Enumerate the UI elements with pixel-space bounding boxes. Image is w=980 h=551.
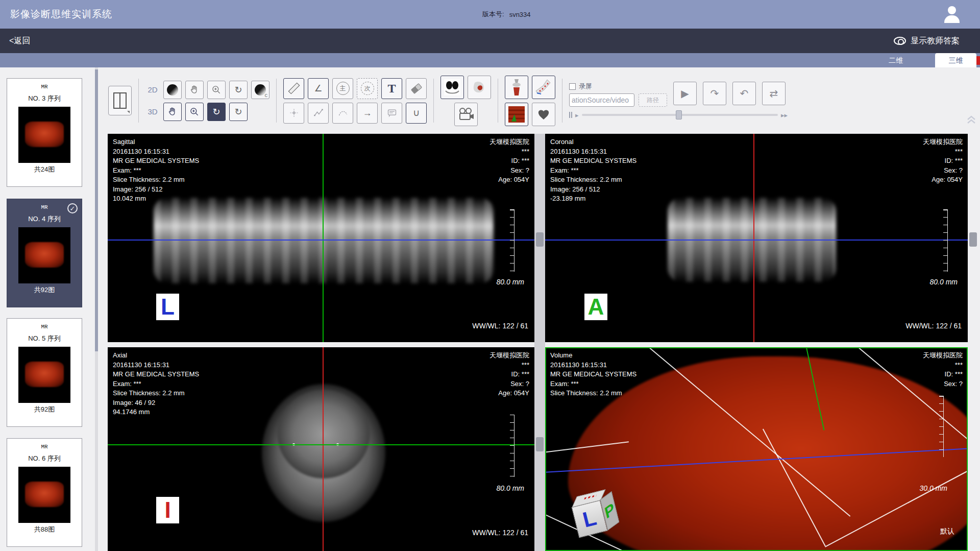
series-card-6[interactable]: MR NO. 6 序列 共88图 xyxy=(7,438,82,547)
viewport-splitter[interactable] xyxy=(534,134,545,551)
scale-label: 30.0 mm xyxy=(920,484,947,492)
reset-view-button[interactable]: ↻ xyxy=(229,103,248,121)
roi-secondary-button[interactable]: 次 xyxy=(357,78,378,99)
slider-track[interactable] xyxy=(582,114,778,116)
crosshair-horizontal-blue[interactable] xyxy=(108,239,534,241)
series-count: 共88图 xyxy=(7,525,82,534)
curve-tool-button[interactable] xyxy=(332,103,353,124)
slice-drag-handle[interactable] xyxy=(536,232,544,247)
app-root: 影像诊断思维实训系统 版本号: svn334 <返回 显示教师答案 二维 三维 … xyxy=(0,0,980,551)
series-card-3[interactable]: MR NO. 3 序列 共24图 xyxy=(7,78,82,187)
tab-2d[interactable]: 二维 xyxy=(878,53,914,67)
slider-thumb[interactable] xyxy=(676,110,682,119)
text-annotation-button[interactable]: T xyxy=(381,78,402,99)
mode-2d-label: 2D xyxy=(145,85,160,94)
user-icon-body xyxy=(944,15,960,23)
rotate-3d-button[interactable]: ↻ xyxy=(207,103,226,121)
jaw-preset-button[interactable] xyxy=(468,76,491,99)
lung-preset-button[interactable] xyxy=(440,76,464,99)
eraser-button[interactable] xyxy=(406,78,427,99)
rotate-icon: ↻ xyxy=(234,84,242,95)
scale-ruler xyxy=(510,415,514,477)
rotate-right-animation-button[interactable]: ↷ xyxy=(703,82,726,105)
series-modality: MR xyxy=(7,444,82,450)
crosshair-horizontal-blue[interactable] xyxy=(545,239,968,241)
volume-info-left: Volume 20161130 16:15:31 MR GE MEDICAL S… xyxy=(550,351,636,398)
divider xyxy=(433,79,434,123)
layout-button[interactable] xyxy=(108,86,132,115)
scale-label: 80.0 mm xyxy=(497,278,524,286)
series-count: 共92图 xyxy=(7,405,82,414)
swap-direction-button[interactable]: ⇄ xyxy=(762,82,786,105)
path-button[interactable]: 路径 xyxy=(639,93,667,107)
jaw-icon xyxy=(471,79,488,96)
viewport-sagittal[interactable]: Sagittal 20161130 16:15:31 MR GE MEDICAL… xyxy=(108,134,534,342)
show-teacher-answer-button[interactable]: 显示教师答案 xyxy=(894,36,960,46)
arrow-tool-button[interactable]: → xyxy=(357,103,378,124)
arrow-icon: → xyxy=(363,108,372,118)
slider-end-icon[interactable]: ▸▸ xyxy=(781,111,788,119)
orientation-marker-A: A xyxy=(584,294,607,320)
render-preset-label: 默认 xyxy=(940,527,954,536)
coronal-info-left: Coronal 20161130 16:15:31 MR GE MEDICAL … xyxy=(550,137,636,204)
rotate-left-animation-button[interactable]: ↶ xyxy=(732,82,756,105)
pan-3d-button[interactable] xyxy=(163,103,182,121)
viewport-axial[interactable]: Axial 20161130 16:15:31 MR GE MEDICAL SY… xyxy=(108,347,534,551)
roi-secondary-icon: 次 xyxy=(361,82,374,95)
toolbar: 2D ↻ c 3D xyxy=(100,67,980,134)
crosshair-vertical-red[interactable] xyxy=(753,134,754,342)
sagittal-info-right: 天堰模拟医院 *** ID: *** Sex: ? Age: 054Y xyxy=(489,137,529,185)
sidebar-scrollbar[interactable] xyxy=(95,67,98,551)
window-level-button[interactable] xyxy=(163,81,182,99)
rotate-2d-button[interactable]: ↻ xyxy=(229,81,248,99)
tab-3d[interactable]: 三维 xyxy=(935,53,976,67)
slice-drag-handle[interactable] xyxy=(536,437,544,451)
record-screen-checkbox[interactable] xyxy=(569,83,576,90)
version-label: 版本号: xyxy=(482,10,504,19)
sidebar-scrollbar-thumb[interactable] xyxy=(95,69,98,351)
scale-label: 80.0 mm xyxy=(497,484,524,492)
cobb-angle-button[interactable]: ∪ xyxy=(406,103,427,124)
angle-tool-button[interactable]: ∠ xyxy=(308,78,329,99)
zoom-3d-button[interactable] xyxy=(185,103,204,121)
record-camera-button[interactable] xyxy=(454,103,478,126)
window-level-readout: WW/WL: 122 / 61 xyxy=(905,322,962,330)
roi-main-button[interactable]: 主 xyxy=(332,78,353,99)
zoom-2d-button[interactable] xyxy=(207,81,226,99)
curve-icon xyxy=(338,108,348,118)
comment-tool-button[interactable] xyxy=(381,103,402,124)
pan-2d-button[interactable] xyxy=(185,81,204,99)
viewport-coronal[interactable]: Coronal 20161130 16:15:31 MR GE MEDICAL … xyxy=(545,134,968,342)
window-level-reset-button[interactable]: c xyxy=(251,81,270,99)
knee-preset-button[interactable] xyxy=(505,76,528,99)
polyline-tool-button[interactable] xyxy=(308,103,329,124)
crosshair-vertical-red[interactable] xyxy=(323,347,324,551)
ruler-tool-button[interactable] xyxy=(283,78,304,99)
organ-presets xyxy=(440,76,491,126)
collapse-toolbar-button[interactable] xyxy=(966,114,977,127)
divider xyxy=(562,79,562,123)
series-thumbnail xyxy=(18,467,70,523)
muscle-preset-button[interactable] xyxy=(505,103,528,126)
slice-drag-handle[interactable] xyxy=(969,232,977,247)
eye-icon xyxy=(894,37,906,45)
heart-preset-button[interactable] xyxy=(532,103,555,126)
measure-tools: ∠ 主 次 T → ∪ xyxy=(283,78,427,124)
hand-icon xyxy=(189,85,200,95)
video-path-input[interactable] xyxy=(569,93,634,107)
series-card-5[interactable]: MR NO. 5 序列 共92图 xyxy=(7,318,82,427)
nav-bar: <返回 显示教师答案 xyxy=(0,29,980,53)
play-animation-button[interactable]: ▶ xyxy=(673,82,697,105)
crosshair-vertical-green[interactable] xyxy=(323,134,324,342)
knee-bone-icon xyxy=(508,79,525,96)
user-icon[interactable] xyxy=(943,6,961,23)
slider-start-icon[interactable] xyxy=(569,112,572,118)
crosshair-horizontal-green[interactable] xyxy=(108,444,534,445)
rotate-left-icon: ↶ xyxy=(740,87,749,100)
viewport-volume[interactable]: Volume 20161130 16:15:31 MR GE MEDICAL S… xyxy=(545,347,968,551)
slider-step-forward-icon[interactable]: ▸ xyxy=(575,111,579,119)
series-card-4[interactable]: ✓ MR NO. 4 序列 共92图 xyxy=(7,199,82,307)
back-button[interactable]: <返回 xyxy=(9,36,30,46)
crosshair-tool-button[interactable] xyxy=(283,103,304,124)
foot-preset-button[interactable] xyxy=(532,76,555,99)
